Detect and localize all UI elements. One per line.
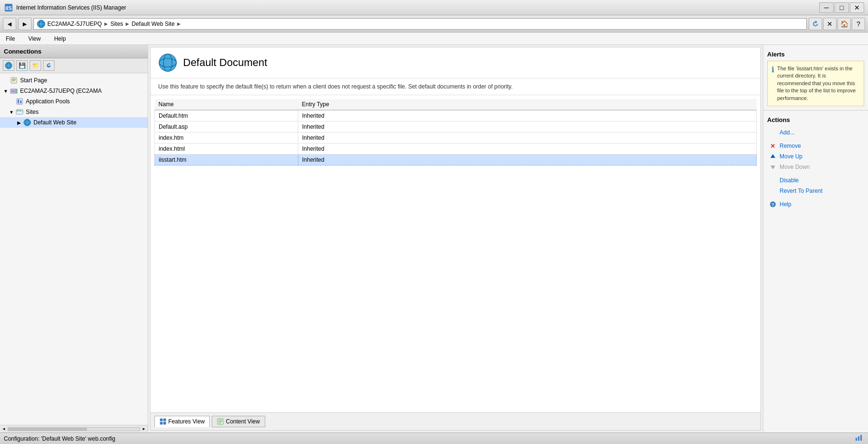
documents-table: Name Entry Type Default.htmInheritedDefa… [154, 99, 757, 166]
tab-content-view[interactable]: Content View [212, 416, 265, 427]
address-field[interactable]: EC2AMAZ-5J7UEPQ ► Sites ► Default Web Si… [33, 18, 807, 30]
action-disable[interactable]: Disable [767, 175, 864, 186]
conn-globe-button[interactable] [3, 60, 14, 71]
action-remove[interactable]: ✕ Remove [767, 141, 864, 151]
action-remove-label: Remove [780, 143, 801, 149]
refresh-button[interactable] [809, 18, 822, 30]
menu-help[interactable]: Help [51, 34, 69, 43]
actions-panel: Alerts ℹ The file 'iisstart.htm' exists … [763, 45, 868, 433]
connections-scrollbar: ◄ ► [0, 425, 148, 433]
svg-point-14 [16, 89, 17, 90]
home-button[interactable]: 🏠 [837, 18, 851, 30]
disable-icon [769, 177, 777, 184]
view-tabs: Features View Content View [151, 412, 760, 430]
alerts-header: Alerts [767, 49, 864, 61]
connections-toolbar: 💾 📁 [0, 58, 148, 73]
feature-description: Use this feature to specify the default … [151, 78, 760, 95]
action-revert-label: Revert To Parent [780, 188, 823, 194]
col-name: Name [155, 99, 298, 110]
move-up-icon [769, 153, 777, 160]
tab-features-view[interactable]: Features View [154, 416, 210, 427]
menu-view[interactable]: View [25, 34, 43, 43]
svg-rect-30 [160, 419, 163, 421]
remove-icon: ✕ [769, 142, 777, 150]
menu-bar: File View Help [0, 33, 868, 45]
action-move-up-label: Move Up [780, 153, 803, 160]
action-help[interactable]: ? Help [767, 199, 864, 210]
feature-icon [158, 53, 177, 72]
tree-label-default-web: Default Web Site [33, 119, 76, 126]
alert-text: The file 'iisstart.htm' exists in the cu… [777, 65, 860, 102]
connections-panel: Connections 💾 📁 [0, 45, 148, 433]
forward-button[interactable]: ► [18, 18, 32, 30]
window-title: Internet Information Services (IIS) Mana… [16, 4, 819, 11]
connections-header: Connections [0, 45, 148, 58]
stop-button[interactable]: ✕ [823, 18, 836, 30]
address-sep1: ► [103, 21, 109, 27]
address-site: Default Web Site [132, 21, 175, 27]
server-icon [10, 87, 18, 95]
status-text: Configuration: 'Default Web Site' web.co… [4, 435, 115, 442]
app-icon: IIS [4, 3, 13, 12]
tree-toggle-sites[interactable]: ▼ [8, 110, 15, 115]
network-icon [855, 434, 864, 443]
conn-refresh-button[interactable] [43, 60, 54, 71]
alert-box: ℹ The file 'iisstart.htm' exists in the … [767, 61, 864, 106]
svg-rect-44 [860, 435, 862, 441]
connections-tree: Start Page ▼ EC2AMAZ-5J7UEPQ (EC2AMA [0, 73, 148, 425]
help-nav-button[interactable]: ? [852, 18, 865, 30]
content-tab-label: Content View [226, 418, 260, 425]
action-disable-label: Disable [780, 177, 799, 184]
feature-table-area: Name Entry Type Default.htmInheritedDefa… [151, 95, 760, 412]
action-help-label: Help [780, 201, 792, 208]
action-revert[interactable]: Revert To Parent [767, 186, 864, 196]
tree-toggle-server[interactable]: ▼ [2, 89, 10, 94]
table-row[interactable]: index.htmlInherited [155, 144, 757, 155]
alert-info-icon: ℹ [771, 65, 774, 102]
table-row[interactable]: index.htmInherited [155, 133, 757, 144]
table-row[interactable]: Default.htmInherited [155, 110, 757, 122]
action-move-down-label: Move Down [780, 164, 810, 170]
page-title: Default Document [183, 56, 267, 69]
svg-rect-33 [163, 422, 166, 424]
conn-save-button[interactable]: 💾 [16, 60, 28, 71]
action-move-down: Move Down [767, 162, 864, 172]
minimize-button[interactable]: ─ [819, 2, 834, 13]
table-row[interactable]: Default.aspInherited [155, 122, 757, 133]
tree-label-start-page: Start Page [20, 77, 47, 84]
svg-rect-16 [17, 99, 22, 104]
conn-folder-button[interactable]: 📁 [30, 60, 41, 71]
back-button[interactable]: ◄ [3, 18, 16, 30]
menu-file[interactable]: File [3, 34, 18, 43]
actions-header: Actions [767, 114, 864, 127]
svg-point-15 [16, 92, 17, 93]
address-sep3: ► [176, 21, 182, 27]
scroll-left[interactable]: ◄ [1, 427, 7, 431]
content-main: Default Document Use this feature to spe… [150, 47, 761, 431]
features-tab-label: Features View [168, 418, 205, 425]
close-button[interactable]: ✕ [850, 2, 864, 13]
svg-rect-43 [858, 436, 859, 441]
tree-item-apppools[interactable]: Application Pools [0, 96, 148, 107]
tree-item-default-web[interactable]: ▶ Default Web Site [0, 117, 148, 128]
tree-item-server[interactable]: ▼ EC2AMAZ-5J7UEPQ (EC2AMA [0, 86, 148, 96]
action-add-label: Add... [780, 129, 794, 136]
maximize-button[interactable]: □ [835, 2, 849, 13]
help-icon: ? [769, 200, 777, 208]
tree-item-start-page[interactable]: Start Page [0, 75, 148, 86]
address-bar: ◄ ► EC2AMAZ-5J7UEPQ ► Sites ► Default We… [0, 15, 868, 33]
action-move-up[interactable]: Move Up [767, 151, 864, 162]
actions-section: Actions Add... ✕ Remove Move Up [763, 111, 868, 213]
svg-point-27 [159, 54, 176, 71]
address-sites: Sites [110, 21, 123, 27]
table-row[interactable]: iisstart.htmInherited [155, 155, 757, 166]
svg-rect-21 [17, 110, 18, 111]
tree-toggle-default-web[interactable]: ▶ [15, 120, 23, 125]
tree-item-sites[interactable]: ▼ Sites [0, 107, 148, 117]
svg-rect-22 [19, 110, 20, 111]
tree-toggle-start-page [2, 78, 10, 83]
content-area: Default Document Use this feature to spe… [148, 45, 763, 433]
scroll-right[interactable]: ► [141, 427, 147, 431]
action-add[interactable]: Add... [767, 127, 864, 138]
doc-type-cell: Inherited [298, 133, 757, 144]
